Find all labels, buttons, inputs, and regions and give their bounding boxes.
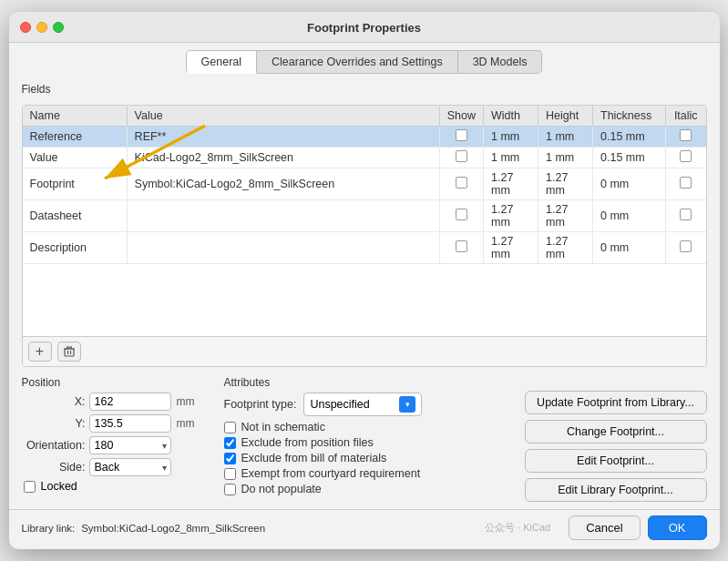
add-field-button[interactable]: + bbox=[28, 342, 52, 362]
attributes-block: Attributes Footprint type: Unspecified ▾… bbox=[224, 376, 514, 502]
y-input[interactable] bbox=[89, 414, 171, 433]
cell-thickness: 0 mm bbox=[593, 199, 666, 231]
cell-value: Symbol:KiCad-Logo2_8mm_SilkScreen bbox=[127, 168, 439, 199]
y-unit: mm bbox=[177, 417, 195, 430]
library-link-value: Symbol:KiCad-Logo2_8mm_SilkScreen bbox=[81, 523, 265, 534]
cell-thickness: 0 mm bbox=[593, 231, 666, 263]
edit-library-footprint-button[interactable]: Edit Library Footprint... bbox=[525, 478, 707, 502]
locked-row: Locked bbox=[22, 480, 213, 493]
cb-exclude-position: Exclude from position files bbox=[224, 436, 514, 449]
close-button[interactable] bbox=[20, 22, 31, 33]
maximize-button[interactable] bbox=[53, 22, 64, 33]
cell-thickness: 0 mm bbox=[593, 168, 666, 199]
table-row[interactable]: Reference REF** 1 mm 1 mm 0.15 mm bbox=[23, 126, 706, 147]
orientation-label: Orientation: bbox=[22, 439, 86, 452]
cell-height: 1.27 mm bbox=[538, 199, 593, 231]
x-field-row: X: mm bbox=[22, 393, 213, 411]
col-height: Height bbox=[538, 106, 593, 127]
cell-italic[interactable] bbox=[666, 126, 706, 147]
table-row[interactable]: Footprint Symbol:KiCad-Logo2_8mm_SilkScr… bbox=[23, 168, 706, 199]
tab-general[interactable]: General bbox=[186, 50, 257, 74]
cell-value bbox=[127, 231, 439, 263]
tab-bar: General Clearance Overrides and Settings… bbox=[9, 43, 720, 74]
trash-icon bbox=[63, 345, 76, 358]
ok-button[interactable]: OK bbox=[648, 515, 707, 540]
cell-italic[interactable] bbox=[666, 168, 706, 199]
library-link-info: Library link: Symbol:KiCad-Logo2_8mm_Sil… bbox=[22, 521, 266, 535]
x-unit: mm bbox=[177, 395, 195, 408]
svg-rect-2 bbox=[65, 349, 74, 356]
cell-height: 1.27 mm bbox=[538, 168, 593, 199]
change-footprint-button[interactable]: Change Footprint... bbox=[525, 420, 707, 444]
bottom-bar: Library link: Symbol:KiCad-Logo2_8mm_Sil… bbox=[9, 509, 720, 549]
orientation-select[interactable]: 180 0 90 270 bbox=[89, 436, 171, 454]
fields-table: Name Value Show Width Height Thickness I… bbox=[23, 106, 706, 337]
position-section-label: Position bbox=[22, 376, 213, 389]
exclude-bom-checkbox[interactable] bbox=[224, 453, 236, 464]
y-field-row: Y: mm bbox=[22, 414, 213, 433]
cell-thickness: 0.15 mm bbox=[593, 126, 666, 147]
cell-width: 1.27 mm bbox=[484, 231, 538, 263]
fp-type-label: Footprint type: bbox=[224, 398, 297, 411]
dialog-buttons: Cancel OK bbox=[569, 515, 706, 540]
tab-clearance[interactable]: Clearance Overrides and Settings bbox=[257, 50, 458, 74]
edit-footprint-button[interactable]: Edit Footprint... bbox=[525, 449, 707, 473]
main-content: Fields Name Value Show Width bbox=[9, 74, 720, 377]
cell-show[interactable] bbox=[439, 168, 483, 199]
table-row[interactable]: Description 1.27 mm 1.27 mm 0 mm bbox=[23, 231, 706, 263]
titlebar: Footprint Properties bbox=[9, 12, 720, 43]
cell-value: REF** bbox=[127, 126, 439, 147]
cell-height: 1 mm bbox=[538, 147, 593, 168]
cell-show[interactable] bbox=[439, 199, 483, 231]
fp-type-select-container: Unspecified ▾ bbox=[303, 393, 422, 416]
do-not-populate-label: Do not populate bbox=[241, 483, 322, 495]
cell-show[interactable] bbox=[439, 231, 483, 263]
cell-name: Footprint bbox=[23, 168, 128, 199]
exclude-position-checkbox[interactable] bbox=[224, 437, 236, 449]
cell-name: Description bbox=[23, 231, 128, 263]
x-input[interactable] bbox=[89, 393, 171, 411]
watermark: 公众号 · KiCad bbox=[485, 521, 550, 535]
cell-name: Datasheet bbox=[23, 199, 128, 231]
table-row[interactable]: Value KiCad-Logo2_8mm_SilkScreen 1 mm 1 … bbox=[23, 147, 706, 168]
right-buttons: Update Footprint from Library... Change … bbox=[525, 376, 707, 502]
table-row[interactable]: Datasheet 1.27 mm 1.27 mm 0 mm bbox=[23, 199, 706, 231]
window-title: Footprint Properties bbox=[307, 21, 421, 35]
fp-type-select[interactable]: Unspecified ▾ bbox=[303, 393, 422, 416]
cell-italic[interactable] bbox=[666, 147, 706, 168]
traffic-lights bbox=[20, 22, 64, 33]
side-label: Side: bbox=[22, 461, 86, 474]
fp-type-value: Unspecified bbox=[310, 398, 369, 411]
not-in-schematic-checkbox[interactable] bbox=[224, 422, 236, 434]
side-select[interactable]: Back Front bbox=[89, 458, 171, 476]
col-width: Width bbox=[484, 106, 538, 127]
exempt-courtyard-checkbox[interactable] bbox=[224, 468, 236, 480]
do-not-populate-checkbox[interactable] bbox=[224, 484, 236, 495]
fields-section-label: Fields bbox=[22, 83, 707, 96]
locked-checkbox[interactable] bbox=[24, 481, 36, 493]
cancel-button[interactable]: Cancel bbox=[569, 515, 640, 540]
minimize-button[interactable] bbox=[36, 22, 47, 33]
tab-3d-models[interactable]: 3D Models bbox=[458, 50, 543, 74]
cell-name: Reference bbox=[23, 126, 128, 147]
update-footprint-button[interactable]: Update Footprint from Library... bbox=[525, 391, 707, 414]
cell-show[interactable] bbox=[439, 147, 483, 168]
delete-field-button[interactable] bbox=[57, 342, 81, 362]
cb-exclude-bom: Exclude from bill of materials bbox=[224, 452, 514, 464]
col-name: Name bbox=[23, 106, 128, 127]
x-label: X: bbox=[22, 395, 86, 408]
col-italic: Italic bbox=[666, 106, 706, 127]
locked-label: Locked bbox=[41, 480, 77, 493]
cell-height: 1 mm bbox=[538, 126, 593, 147]
cell-show[interactable] bbox=[439, 126, 483, 147]
side-field-row: Side: Back Front ▾ bbox=[22, 458, 213, 476]
cell-width: 1 mm bbox=[484, 126, 538, 147]
cell-thickness: 0.15 mm bbox=[593, 147, 666, 168]
attributes-section-label: Attributes bbox=[224, 376, 514, 389]
col-show: Show bbox=[439, 106, 483, 127]
cell-name: Value bbox=[23, 147, 128, 168]
cell-italic[interactable] bbox=[666, 231, 706, 263]
side-select-wrap: Back Front ▾ bbox=[89, 458, 171, 476]
cell-italic[interactable] bbox=[666, 199, 706, 231]
cell-value: KiCad-Logo2_8mm_SilkScreen bbox=[127, 147, 439, 168]
